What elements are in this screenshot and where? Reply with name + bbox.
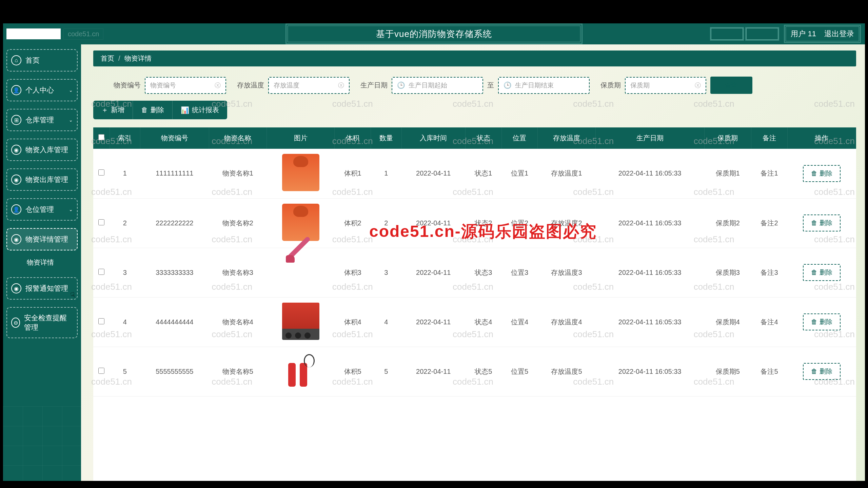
table-row: 4 4444444444 物资名称4 体积4 4 2022-04-11 状态4 …: [93, 297, 856, 347]
search-button[interactable]: 查询: [710, 77, 752, 94]
delete-button[interactable]: 🗑 删除: [133, 101, 173, 119]
header-tab: code51.cn: [63, 28, 103, 40]
cell-warranty: 保质期4: [704, 297, 751, 347]
nav-icon: ◉: [11, 283, 21, 293]
trash-icon: 🗑: [811, 368, 817, 375]
action-bar: ＋ 新增 🗑 删除 📊 统计报表: [93, 101, 856, 119]
add-button[interactable]: ＋ 新增: [93, 101, 133, 119]
cell-index: 5: [110, 347, 140, 396]
cell-temp: 存放温度2: [538, 198, 595, 248]
sidebar-item-7[interactable]: ◉报警通知管理: [6, 277, 78, 300]
cell-warranty: 保质期2: [704, 198, 751, 248]
chevron-down-icon: ⌄: [69, 87, 73, 93]
sidebar: ⌂首页👤个人中心⌄⊞仓库管理⌄◉物资入库管理◉物资出库管理👤仓位管理⌄◉物资详情…: [3, 44, 81, 481]
table-row: 3 3333333333 物资名称3 体积3 3 2022-04-11 状态3 …: [93, 248, 856, 297]
user-label[interactable]: 用户 11: [791, 29, 816, 39]
trash-icon: 🗑: [811, 318, 817, 326]
col-header: 位置: [501, 127, 538, 149]
filter-warranty-input[interactable]: 保质期 ⓧ: [625, 77, 706, 94]
sidebar-sub-item[interactable]: 物资详情: [6, 255, 78, 270]
row-delete-button[interactable]: 🗑删除: [803, 313, 841, 330]
row-delete-button[interactable]: 🗑删除: [803, 215, 841, 231]
report-button[interactable]: 📊 统计报表: [173, 101, 227, 119]
cell-qty: 4: [371, 297, 402, 347]
filter-temp-label: 存放温度: [237, 81, 264, 90]
cell-code: 3333333333: [140, 248, 209, 297]
sidebar-item-5[interactable]: 👤仓位管理⌄: [6, 198, 78, 221]
filter-code-input[interactable]: 物资编号 ⓧ: [145, 77, 226, 94]
row-delete-button[interactable]: 🗑删除: [803, 165, 841, 182]
col-header: 图片: [267, 127, 334, 149]
cell-status: 状态2: [465, 198, 501, 248]
filter-date-end-input[interactable]: 🕒生产日期结束: [498, 77, 590, 94]
nav-icon: ◉: [11, 175, 21, 185]
cell-image: [267, 248, 334, 297]
cell-position: 位置5: [501, 347, 538, 396]
col-header: 体积: [335, 127, 371, 149]
col-header: 保质期: [704, 127, 751, 149]
clear-icon[interactable]: ⓧ: [215, 81, 221, 89]
cell-pdate: 2022-04-11 16:05:33: [595, 149, 704, 198]
header-title-wrap: 基于vue的消防物资存储系统: [285, 24, 583, 44]
filter-date-start-input[interactable]: 🕒生产日期起始: [392, 77, 483, 94]
sidebar-item-0[interactable]: ⌂首页: [6, 49, 78, 72]
breadcrumb: 首页 / 物资详情: [93, 50, 856, 66]
row-checkbox[interactable]: [98, 368, 104, 374]
cell-volume: 体积3: [335, 248, 371, 297]
cell-code: 4444444444: [140, 297, 209, 347]
cell-intime: 2022-04-11: [401, 347, 465, 396]
cell-note: 备注3: [751, 248, 788, 297]
cell-warranty: 保质期1: [704, 149, 751, 198]
row-delete-button[interactable]: 🗑删除: [803, 363, 841, 380]
item-image: [282, 303, 319, 340]
select-all-checkbox[interactable]: [98, 134, 104, 140]
cell-index: 2: [110, 198, 140, 248]
col-header: 操作: [787, 127, 856, 149]
chart-icon: 📊: [181, 106, 189, 114]
cell-status: 状态3: [465, 248, 501, 297]
cell-position: 位置4: [501, 297, 538, 347]
cell-position: 位置1: [501, 149, 538, 198]
sidebar-item-6[interactable]: ◉物资详情管理: [6, 228, 78, 250]
cell-note: 备注1: [751, 149, 788, 198]
chevron-down-icon: ⌄: [69, 207, 73, 212]
cell-status: 状态5: [465, 347, 501, 396]
row-checkbox[interactable]: [98, 318, 104, 324]
row-checkbox[interactable]: [98, 219, 104, 225]
logout-link[interactable]: 退出登录: [824, 29, 854, 39]
clear-icon[interactable]: ⓧ: [695, 81, 701, 89]
cell-warranty: 保质期3: [704, 248, 751, 297]
cell-qty: 3: [371, 248, 402, 297]
sidebar-item-2[interactable]: ⊞仓库管理⌄: [6, 109, 78, 131]
row-checkbox[interactable]: [98, 169, 104, 176]
sidebar-item-1[interactable]: 👤个人中心⌄: [6, 79, 78, 101]
cell-volume: 体积5: [335, 347, 371, 396]
col-header: 物资编号: [140, 127, 209, 149]
clear-icon[interactable]: ⓧ: [338, 81, 344, 89]
nav-label: 报警通知管理: [25, 284, 68, 293]
cell-note: 备注5: [751, 347, 788, 396]
sidebar-item-3[interactable]: ◉物资入库管理: [6, 139, 78, 161]
nav-label: 个人中心: [25, 85, 54, 95]
trash-icon: 🗑: [811, 269, 817, 276]
breadcrumb-home[interactable]: 首页: [101, 54, 114, 63]
row-delete-button[interactable]: 🗑删除: [803, 264, 841, 281]
cell-qty: 2: [371, 198, 402, 248]
header-deco: [710, 27, 779, 41]
row-checkbox[interactable]: [98, 269, 104, 275]
cell-pdate: 2022-04-11 16:05:33: [595, 248, 704, 297]
cell-code: 1111111111: [140, 149, 209, 198]
calendar-icon: 🕒: [504, 81, 512, 89]
cell-intime: 2022-04-11: [401, 248, 465, 297]
cell-pdate: 2022-04-11 16:05:33: [595, 198, 704, 248]
cell-name: 物资名称3: [209, 248, 267, 297]
filter-temp-input[interactable]: 存放温度 ⓧ: [268, 77, 350, 94]
item-image: [282, 154, 319, 191]
nav-label: 首页: [25, 56, 40, 65]
cell-name: 物资名称5: [209, 347, 267, 396]
nav-icon: ⊞: [11, 115, 21, 125]
sidebar-item-8[interactable]: ⊖安全检查提醒管理: [6, 307, 78, 338]
cell-name: 物资名称1: [209, 149, 267, 198]
nav-label: 物资详情管理: [25, 235, 68, 244]
sidebar-item-4[interactable]: ◉物资出库管理: [6, 168, 78, 191]
